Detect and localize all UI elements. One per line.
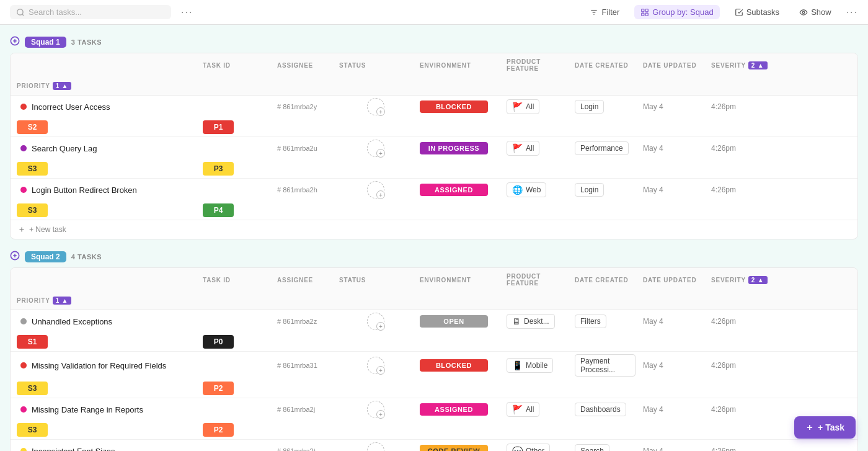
squad-badge-squad2[interactable]: Squad 2	[25, 251, 66, 262]
col-environment: ENVIRONMENT	[416, 53, 503, 77]
table-row[interactable]: Search Query Lag # 861mrba2u IN PROGRESS…	[11, 137, 857, 179]
svg-point-0	[17, 9, 23, 14]
subtasks-button[interactable]: Subtasks	[730, 5, 784, 19]
new-task-label: + New task	[29, 225, 66, 234]
date-updated-cell: 4:26pm	[707, 141, 776, 155]
task-id-cell: # 861mrba2h	[273, 184, 335, 196]
task-name: Unhandled Exceptions	[32, 317, 112, 326]
avatar[interactable]	[367, 140, 384, 157]
more-options-icon[interactable]: ···	[181, 7, 193, 18]
col-status: STATUS	[335, 53, 416, 77]
env-badge: 🚩 All	[507, 402, 539, 417]
status-badge: BLOCKED	[420, 359, 488, 372]
severity-cell: S1	[13, 333, 199, 351]
topbar-more-icon[interactable]: ···	[846, 7, 858, 18]
svg-rect-8	[646, 13, 649, 16]
date-created-cell: May 4	[639, 183, 707, 197]
priority-sort-badge: 1 ▲	[53, 297, 72, 305]
squad-table-squad1: TASK ID ASSIGNEE STATUS ENVIRONMENT PROD…	[10, 53, 858, 239]
assignee-cell[interactable]	[335, 310, 416, 333]
priority-badge: P2	[203, 382, 234, 395]
status-cell: OPEN	[416, 313, 503, 330]
priority-cell: P0	[199, 333, 273, 351]
date-updated-cell: 4:26pm	[707, 315, 776, 328]
col-headers-squad1: TASK ID ASSIGNEE STATUS ENVIRONMENT PROD…	[11, 53, 857, 96]
squad-task-count-squad1: 3 TASKS	[71, 38, 102, 46]
task-color-dot	[20, 448, 27, 451]
table-row[interactable]: Unhandled Exceptions # 861mrba2z OPEN 🖥 …	[11, 310, 857, 352]
severity-badge: S2	[17, 120, 48, 134]
task-color-dot	[20, 145, 27, 151]
assignee-cell[interactable]	[335, 137, 416, 159]
squad-table-squad2: TASK ID ASSIGNEE STATUS ENVIRONMENT PROD…	[10, 267, 858, 451]
status-badge: CODE REVIEW	[420, 445, 488, 451]
task-name-cell: Incorrect User Access	[13, 97, 273, 117]
assignee-cell[interactable]	[335, 398, 416, 421]
task-name: Missing Date Range in Reports	[32, 405, 143, 414]
show-label: Show	[811, 7, 831, 17]
squad-toggle-squad2[interactable]	[10, 251, 20, 262]
environment-cell: 🚩 All	[503, 138, 571, 158]
task-id-cell: # 861mrba2u	[273, 142, 335, 154]
status-cell: ASSIGNED	[416, 401, 503, 418]
task-name-cell: Inconsistent Font Sizes	[13, 442, 273, 452]
product-feature-cell: Dashboards	[571, 400, 639, 419]
table-row[interactable]: Login Button Redirect Broken # 861mrba2h…	[11, 179, 857, 220]
task-id-cell: # 861mrba2z	[273, 315, 335, 328]
table-row[interactable]: Missing Date Range in Reports # 861mrba2…	[11, 398, 857, 440]
env-label: Other	[526, 447, 544, 451]
task-color-dot	[20, 362, 27, 368]
assignee-cell[interactable]	[335, 440, 416, 451]
avatar[interactable]	[367, 442, 384, 451]
priority-badge: P1	[203, 120, 234, 134]
task-color-dot	[20, 187, 27, 193]
status-badge: BLOCKED	[420, 100, 488, 113]
task-name: Search Query Lag	[32, 144, 97, 153]
task-color-dot	[20, 318, 27, 324]
add-task-button[interactable]: + Task	[794, 416, 856, 439]
search-placeholder: Search tasks...	[29, 7, 82, 17]
env-badge: 📱 Mobile	[507, 358, 553, 373]
new-task-row[interactable]: + New task	[11, 220, 857, 239]
task-name-cell: Unhandled Exceptions	[13, 312, 273, 331]
task-id-cell: # 861mrba2j	[273, 403, 335, 416]
product-feature-cell: Login	[571, 97, 639, 116]
env-label: Mobile	[526, 361, 547, 370]
avatar[interactable]	[367, 357, 384, 374]
filter-button[interactable]: Filter	[585, 5, 624, 19]
group-by-button[interactable]: Group by: Squad	[634, 5, 719, 19]
task-id-cell: # 861mrba2t	[273, 445, 335, 451]
squad-toggle-squad1[interactable]	[10, 36, 20, 48]
col-headers-squad2: TASK ID ASSIGNEE STATUS ENVIRONMENT PROD…	[11, 268, 857, 310]
priority-cell: P2	[199, 421, 273, 439]
table-row[interactable]: Incorrect User Access # 861mrba2y BLOCKE…	[11, 96, 857, 137]
top-bar: Search tasks... ··· Filter Group by: Squ…	[0, 0, 868, 25]
status-badge: OPEN	[420, 315, 488, 328]
svg-rect-6	[646, 9, 649, 11]
svg-line-1	[22, 14, 24, 16]
table-row[interactable]: Missing Validation for Required Fields #…	[11, 352, 857, 398]
assignee-cell[interactable]	[335, 179, 416, 201]
environment-cell: 🚩 All	[503, 97, 571, 117]
table-row[interactable]: Inconsistent Font Sizes # 861mrba2t CODE…	[11, 440, 857, 451]
col-severity: SEVERITY 2 ▲	[707, 53, 776, 77]
avatar[interactable]	[367, 98, 384, 115]
squad-badge-squad1[interactable]: Squad 1	[25, 37, 66, 48]
search-bar[interactable]: Search tasks...	[10, 5, 171, 19]
col-date-updated: DATE UPDATED	[639, 53, 707, 77]
date-created-cell: May 4	[639, 141, 707, 155]
group-icon	[640, 8, 649, 17]
status-badge: IN PROGRESS	[420, 142, 488, 154]
squad-block-squad1: Squad 1 3 TASKS TASK ID ASSIGNEE STATUS …	[10, 32, 858, 239]
assignee-cell[interactable]	[335, 354, 416, 377]
assignee-cell[interactable]	[335, 96, 416, 118]
show-button[interactable]: Show	[794, 5, 836, 19]
date-updated-cell: 4:26pm	[707, 183, 776, 197]
date-created-cell: May 4	[639, 403, 707, 416]
avatar[interactable]	[367, 313, 384, 330]
priority-sort-badge: 1 ▲	[53, 82, 72, 90]
avatar[interactable]	[367, 401, 384, 418]
product-feature-cell: Performance	[571, 139, 639, 158]
col-date-created: DATE CREATED	[571, 268, 639, 292]
avatar[interactable]	[367, 181, 384, 199]
